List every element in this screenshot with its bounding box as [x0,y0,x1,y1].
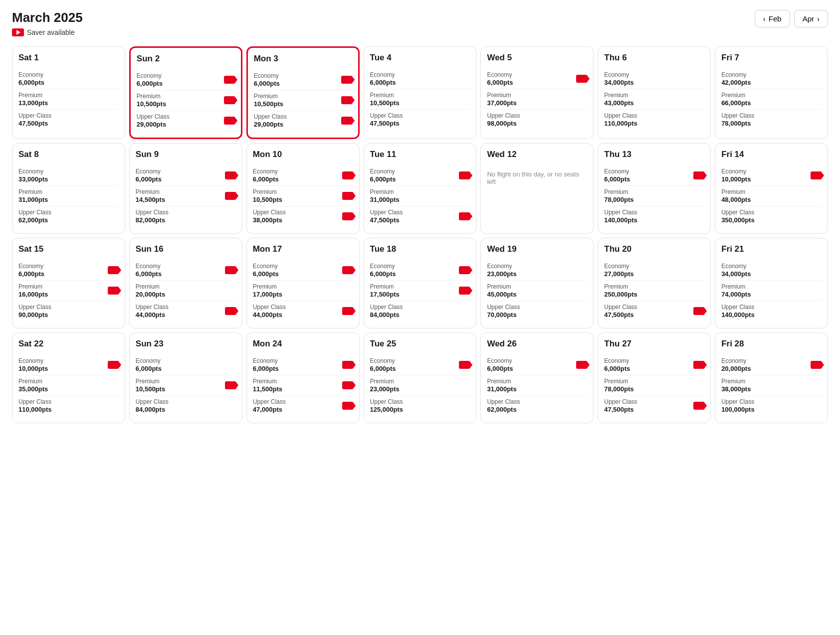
month-navigation: ‹ Feb Apr › [755,10,828,27]
fare-info: Upper Class47,500pts [604,304,637,318]
fare-row: Premium31,000pts [370,185,470,206]
fare-row: Upper Class47,500pts [604,395,704,416]
saver-tag-icon [224,76,235,84]
day-cell[interactable]: Fri 14Economy10,000ptsPremium48,000ptsUp… [715,143,828,234]
fare-points: 23,000pts [487,270,516,278]
day-cell[interactable]: Thu 20Economy27,000ptsPremium250,000ptsU… [598,238,711,328]
day-cell[interactable]: Tue 18Economy6,000ptsPremium17,500ptsUpp… [364,238,477,328]
day-cell[interactable]: Tue 4Economy6,000ptsPremium10,500ptsUppe… [364,46,477,139]
day-cell[interactable]: Tue 25Economy6,000ptsPremium23,000ptsUpp… [364,332,477,423]
fare-info: Upper Class84,000pts [136,398,169,413]
fare-info: Economy6,000pts [136,168,162,183]
day-cell[interactable]: Wed 19Economy23,000ptsPremium45,000ptsUp… [480,238,594,328]
fare-class-label: Premium [721,92,751,99]
fare-class-label: Premium [253,283,282,290]
fare-points: 110,000pts [18,406,52,413]
day-cell[interactable]: Thu 6Economy34,000ptsPremium43,000ptsUpp… [598,46,711,139]
day-cell[interactable]: Mon 3Economy6,000ptsPremium10,500ptsUppe… [246,46,360,139]
day-cell[interactable]: Fri 28Economy20,000ptsPremium38,000ptsUp… [715,332,828,423]
day-cell[interactable]: Thu 27Economy6,000ptsPremium78,000ptsUpp… [598,332,711,423]
next-month-button[interactable]: Apr › [794,10,828,27]
chevron-right-icon: › [817,14,820,23]
fare-class-label: Economy [604,263,633,270]
fare-row: Economy6,000pts [370,165,470,185]
fare-info: Economy6,000pts [253,263,279,278]
fare-points: 6,000pts [253,270,279,278]
fare-row: Economy6,000pts [370,355,470,375]
fare-points: 78,000pts [604,385,633,393]
fare-row: Economy6,000pts [254,70,352,90]
fare-points: 23,000pts [370,385,400,393]
saver-tag-icon [225,171,236,179]
fare-row: Upper Class350,000pts [721,206,822,226]
fare-row: Upper Class47,000pts [253,395,353,416]
fare-class-label: Premium [18,188,48,195]
fare-row: Premium10,500pts [136,375,236,395]
fare-info: Premium31,000pts [370,188,400,203]
day-cell[interactable]: Wed 12No flight on this day, or no seats… [480,143,594,234]
day-cell[interactable]: Sun 9Economy6,000ptsPremium14,500ptsUppe… [129,143,242,234]
fare-info: Economy6,000pts [487,357,513,372]
fare-class-label: Economy [253,168,279,175]
fare-row: Economy23,000pts [487,260,587,280]
day-cell[interactable]: Sat 22Economy10,000ptsPremium35,000ptsUp… [12,332,125,423]
saver-tag-icon [342,192,353,200]
day-label: Wed 12 [487,150,587,159]
fare-points: 38,000pts [253,216,286,224]
fare-class-label: Premium [136,283,165,290]
day-cell[interactable]: Sun 23Economy6,000ptsPremium10,500ptsUpp… [129,332,242,423]
fare-points: 62,000pts [487,406,520,413]
fare-points: 6,000pts [137,80,163,87]
prev-month-button[interactable]: ‹ Feb [755,10,790,27]
day-label: Mon 17 [253,244,353,254]
day-cell[interactable]: Mon 10Economy6,000ptsPremium10,500ptsUpp… [246,143,360,234]
fare-class-label: Economy [487,357,513,364]
fare-info: Economy6,000pts [370,357,396,372]
fare-class-label: Premium [18,378,48,385]
day-label: Wed 26 [487,339,587,349]
fare-info: Premium10,500pts [254,93,283,108]
fare-info: Premium74,000pts [721,283,751,298]
day-cell[interactable]: Tue 11Economy6,000ptsPremium31,000ptsUpp… [364,143,477,234]
fare-row: Premium35,000pts [18,375,119,395]
day-cell[interactable]: Wed 5Economy6,000ptsPremium37,000ptsUppe… [480,46,594,139]
fare-points: 6,000pts [136,175,162,183]
fare-info: Premium20,000pts [136,283,165,298]
day-label: Fri 21 [721,244,822,254]
fare-points: 74,000pts [721,291,751,298]
day-cell[interactable]: Sun 16Economy6,000ptsPremium20,000ptsUpp… [129,238,242,328]
saver-tag-icon [459,287,470,295]
day-cell[interactable]: Sat 1Economy6,000ptsPremium13,000ptsUppe… [12,46,125,139]
fare-info: Upper Class350,000pts [721,209,755,224]
fare-row: Economy6,000pts [370,260,470,280]
fare-points: 33,000pts [18,175,48,183]
fare-points: 10,500pts [370,99,400,107]
day-cell[interactable]: Sun 2Economy6,000ptsPremium10,500ptsUppe… [129,46,242,139]
fare-class-label: Upper Class [136,304,169,311]
fare-points: 10,000pts [18,365,48,372]
fare-info: Economy6,000pts [136,357,162,372]
fare-row: Premium43,000pts [604,89,704,109]
day-cell[interactable]: Sat 15Economy6,000ptsPremium16,000ptsUpp… [12,238,125,328]
fare-info: Upper Class78,000pts [721,112,754,127]
fare-class-label: Upper Class [604,304,637,311]
fare-info: Premium17,000pts [253,283,282,298]
fare-points: 70,000pts [487,311,520,318]
day-cell[interactable]: Mon 17Economy6,000ptsPremium17,000ptsUpp… [246,238,360,328]
fare-row: Premium31,000pts [487,375,587,395]
day-cell[interactable]: Fri 21Economy34,000ptsPremium74,000ptsUp… [715,238,828,328]
fare-points: 6,000pts [370,270,396,278]
day-cell[interactable]: Fri 7Economy42,000ptsPremium66,000ptsUpp… [715,46,828,139]
fare-row: Premium74,000pts [721,280,822,301]
day-cell[interactable]: Mon 24Economy6,000ptsPremium11,500ptsUpp… [246,332,360,423]
fare-class-label: Premium [721,283,751,290]
fare-info: Premium66,000pts [721,92,751,107]
fare-class-label: Economy [18,263,44,270]
fare-class-label: Upper Class [721,304,755,311]
fare-info: Economy10,000pts [18,357,48,372]
day-cell[interactable]: Sat 8Economy33,000ptsPremium31,000ptsUpp… [12,143,125,234]
day-cell[interactable]: Wed 26Economy6,000ptsPremium31,000ptsUpp… [480,332,594,423]
saver-tag-icon [576,361,587,369]
fare-class-label: Economy [370,71,396,78]
day-cell[interactable]: Thu 13Economy6,000ptsPremium78,000ptsUpp… [598,143,711,234]
